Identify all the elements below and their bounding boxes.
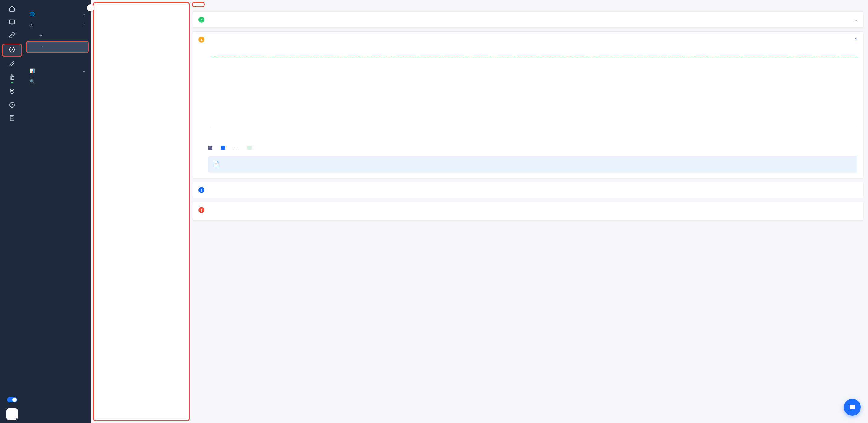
rail-backlinks[interactable]: [2, 30, 22, 42]
gear-icon: ⚙: [16, 417, 19, 421]
rail-projects[interactable]: [2, 4, 22, 15]
check-warning-icon: ▲: [198, 36, 205, 42]
check-notice-icon: !: [198, 187, 205, 193]
check-warning-keyword-density-main: ▲ ⌃ - -: [192, 31, 864, 178]
beta-badge: [11, 82, 13, 83]
return-icon: ↩: [39, 33, 42, 38]
target-icon: ◎: [30, 22, 33, 27]
rail-smm[interactable]: [2, 72, 22, 85]
chart-plot: [211, 57, 858, 126]
chevron-up-icon: ⌃: [83, 23, 85, 27]
check-subtext: [192, 212, 864, 217]
check-header[interactable]: !: [192, 182, 864, 198]
globe-icon: 🌐: [30, 11, 35, 16]
dot-icon: •: [42, 45, 43, 49]
rail-research[interactable]: [2, 17, 22, 28]
chevron-down-icon: ⌄: [83, 12, 85, 16]
chat-fab-button[interactable]: [844, 399, 861, 416]
svg-rect-0: [10, 20, 15, 24]
secondary-nav-title: [24, 4, 91, 8]
category-list: [93, 2, 190, 421]
nav-all-reports[interactable]: ↩: [24, 30, 91, 41]
icon-rail: ⚙: [0, 0, 24, 423]
check-notice-keywords-in-use: !: [192, 182, 864, 198]
nav-website-audit[interactable]: 🌐 ⌄: [24, 8, 91, 19]
check-stats-row: [192, 48, 864, 53]
chart-x-axis: [217, 135, 858, 138]
rail-local-marketing[interactable]: [2, 86, 22, 98]
collapse-nav-button[interactable]: ‹: [87, 4, 94, 11]
check-passed-keyword-density-body: ✓ ⌄: [192, 11, 864, 28]
check-success-icon: ✓: [198, 17, 205, 23]
info-box: 📄: [208, 156, 858, 173]
nav-competitive-comparison[interactable]: [24, 53, 91, 59]
secondary-nav: ‹ 🌐 ⌄ ◎ ⌃ ↩ • 📊 ⌄ 🔍: [24, 0, 91, 423]
main-content: ✓ ⌄ ▲ ⌃: [192, 0, 868, 423]
rail-agency-pack[interactable]: [2, 113, 22, 124]
chart-bars: [211, 57, 858, 126]
rail-audit[interactable]: [2, 43, 22, 57]
chart-icon: 📊: [30, 68, 35, 73]
rail-report-builder[interactable]: [2, 100, 22, 111]
nav-onpage-seo-checker[interactable]: ◎ ⌃: [24, 19, 91, 30]
check-error-uniqueness: !: [192, 202, 864, 220]
check-error-icon: !: [198, 207, 205, 213]
check-header[interactable]: ▲ ⌃: [192, 32, 864, 48]
nav-serp-analyzer[interactable]: 📊 ⌄: [24, 65, 91, 76]
chevron-up-icon: ⌃: [854, 37, 858, 42]
chevron-down-icon: ⌄: [854, 18, 858, 22]
chart-legend: - -: [192, 141, 864, 152]
search-icon: 🔍: [30, 79, 35, 84]
menu-ui-toggle[interactable]: [7, 397, 17, 402]
svg-point-1: [10, 47, 15, 52]
menu-ui-toggle-wrap: [7, 397, 17, 404]
chevron-down-icon: ⌄: [83, 69, 85, 73]
svg-point-2: [11, 90, 13, 91]
rail-content-marketing[interactable]: [2, 59, 22, 70]
nav-onpage-seo-audit[interactable]: •: [27, 42, 88, 52]
nav-seo-tasks[interactable]: [24, 59, 91, 65]
filter-tabs-wrap: [192, 2, 205, 7]
chart-y-axis: [208, 57, 211, 126]
check-header[interactable]: ✓ ⌄: [192, 12, 864, 28]
nav-onpage-seo-checker-2[interactable]: 🔍: [24, 76, 91, 87]
da-badge[interactable]: ⚙: [6, 409, 18, 420]
keyword-density-chart: [192, 53, 864, 141]
document-icon: 📄: [213, 160, 220, 168]
